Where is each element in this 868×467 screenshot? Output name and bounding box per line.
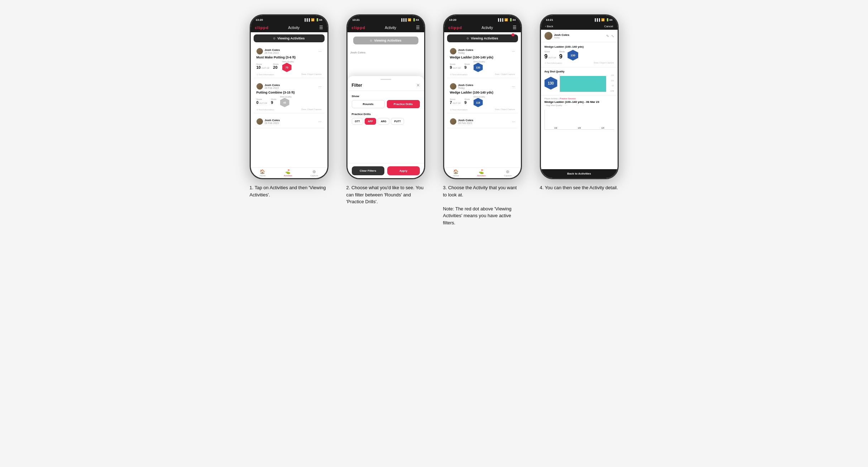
card-dots-1-1[interactable]: ··· (318, 49, 321, 53)
score-value-3-1: 9 OUT OF (450, 65, 461, 70)
session-title-4: Wedge Ladder (100–140 yds) - 06 Mar 23 (545, 100, 614, 104)
bottom-nav-activities-1[interactable]: ⛳ Activities (284, 169, 292, 177)
footer-right-1-2: Data: Clippd Capture (301, 108, 321, 111)
nav-bar-2: clippd Activity ☰ (347, 23, 424, 32)
filter-close-icon[interactable]: ✕ (416, 83, 420, 88)
card-dots-1-2[interactable]: ··· (318, 85, 321, 89)
footer-left-3-2: ⊙ Test Information (450, 108, 467, 111)
viewing-activities-bar-3[interactable]: ⚙ Viewing Activities (447, 34, 518, 42)
hamburger-icon-1[interactable]: ☰ (319, 25, 323, 30)
sq-label-3-2: Shot Quality (474, 96, 485, 98)
stat-sq-3-2: Shot Quality 118 (474, 96, 485, 107)
activity-card-3-1[interactable]: Josh Coles Today ··· Wedge Ladder (100-1… (447, 46, 518, 78)
logo-3: clippd (449, 25, 462, 30)
stat-score-3-2: Score 7 OUT OF (450, 98, 461, 105)
card-title-1-2: Putting Combine (3-15 ft) (256, 91, 322, 94)
signal-icon-1: ▐▐▐ (304, 18, 310, 22)
activity-card-3-2[interactable]: Josh Coles Today ··· Wedge Ladder (100-1… (447, 81, 518, 113)
expand-icon-4[interactable]: ⤡ (611, 34, 614, 38)
detail-stat-section-4: Wedge Ladder (100–140 yds) Score 9 OUT O… (541, 42, 618, 67)
hamburger-icon-2[interactable]: ☰ (416, 25, 420, 30)
filter-footer: Clear Filters Apply (347, 163, 424, 178)
card-header-1-1: Josh Coles 28 Feb 2023 ··· (256, 48, 322, 54)
back-to-activities-button-4[interactable]: Back to Activities (541, 169, 618, 178)
bottom-nav-capture-1[interactable]: ⊕ Capture (311, 169, 318, 177)
rounds-toggle[interactable]: Rounds (352, 100, 385, 108)
app-btn[interactable]: APP (365, 118, 376, 125)
user-date-1-1: 28 Feb 2023 (265, 52, 280, 54)
card-user-1-1: Josh Coles 28 Feb 2023 (256, 48, 280, 54)
detail-action-icons-4: ✎ ⤡ (606, 34, 614, 38)
card-header-3-2: Josh Coles Today ··· (450, 83, 515, 90)
apply-button[interactable]: Apply (387, 166, 420, 175)
putt-btn[interactable]: PUTT (391, 118, 404, 125)
detail-score-num-4: 9 (545, 53, 548, 60)
card-dots-3-3[interactable]: ··· (512, 120, 515, 124)
detail-user-text-4: Josh Coles Today (554, 33, 570, 39)
footer-left-3-1: ⊙ Test Information (450, 73, 467, 76)
card-user-3-2: Josh Coles Today (450, 83, 474, 90)
clear-filters-button[interactable]: Clear Filters (352, 166, 384, 175)
bar-col-4-2: 129 (568, 127, 590, 129)
phone-1-column: 13:20 ▐▐▐ 📶 🔋44 clippd Activity ☰ (246, 14, 332, 198)
user-info-1-2: Josh Coles 28 Feb 2023 (265, 84, 280, 89)
avatar-3-1 (450, 48, 456, 54)
bottom-nav-capture-3[interactable]: ⊕ Capture (504, 169, 512, 177)
bottom-nav-home-1[interactable]: 🏠 Home (260, 169, 265, 177)
screen-content-1: ⚙ Viewing Activities Josh Coles 28 Feb 2… (251, 32, 327, 167)
nav-bar-3: clippd Activity ☰ (444, 23, 521, 32)
card-title-3-1: Wedge Ladder (100-140 yds) (450, 56, 515, 59)
activities-label-3: Activities (477, 175, 486, 177)
detail-info-left-4: ⊙ Test Information (545, 62, 562, 64)
card-stats-3-1: Score 9 OUT OF Shots 9 Shot Quality 130 (450, 61, 515, 72)
edit-icon-4[interactable]: ✎ (606, 34, 609, 38)
detail-score-label-4: Score (545, 51, 556, 53)
filter-overlay: Filter ✕ Show Rounds Practice Drills Pra… (347, 76, 424, 178)
arg-btn[interactable]: ARG (378, 118, 390, 125)
bottom-nav-activities-3[interactable]: ⛳ Activities (477, 169, 486, 177)
bar-val-4-3: 124 (601, 127, 604, 129)
user-name-1-3: Josh Coles (265, 119, 280, 122)
home-label-1: Home (260, 175, 265, 177)
bottom-nav-1: 🏠 Home ⛳ Activities ⊕ Capture (251, 167, 327, 178)
avatar-4 (545, 32, 552, 40)
user-info-1-1: Josh Coles 28 Feb 2023 (265, 48, 280, 54)
activity-card-1-2[interactable]: Josh Coles 28 Feb 2023 ··· Putting Combi… (254, 81, 325, 113)
user-info-3-2: Josh Coles Today (458, 84, 474, 89)
viewing-activities-bar-1[interactable]: ⚙ Viewing Activities (254, 34, 325, 42)
time-2: 13:21 (353, 18, 360, 22)
hamburger-icon-3[interactable]: ☰ (513, 25, 517, 30)
cancel-button-4[interactable]: Cancel (604, 25, 613, 28)
card-user-1-2: Josh Coles 28 Feb 2023 (256, 83, 280, 90)
score-value-3-2: 7 OUT OF (450, 100, 461, 105)
detail-stat-row-4: Score 9 OUT OF Shots 9 (545, 50, 614, 61)
battery-icon-1: 🔋44 (316, 18, 322, 22)
activities-label-1: Activities (284, 175, 292, 177)
activities-icon-3: ⛳ (479, 169, 484, 174)
status-right-1: ▐▐▐ 📶 🔋44 (304, 18, 322, 22)
detail-user-name-4: Josh Coles (554, 33, 570, 37)
user-info-3-3: Josh Coles 28 Feb 2023 (458, 119, 474, 124)
phones-row: 13:20 ▐▐▐ 📶 🔋44 clippd Activity ☰ (246, 14, 622, 226)
card-dots-3-2[interactable]: ··· (512, 85, 515, 89)
card-dots-1-3[interactable]: ··· (318, 120, 321, 124)
sq-label-1-2: Shot Quality (280, 96, 292, 98)
bar-4-1 (560, 76, 606, 92)
practice-drills-toggle[interactable]: Practice Drills (387, 100, 420, 108)
detail-drill-title-4: Wedge Ladder (100–140 yds) (545, 45, 614, 48)
bottom-nav-home-3[interactable]: 🏠 Home (453, 169, 459, 177)
card-footer-3-2: ⊙ Test Information Data: Clippd Capture (450, 108, 515, 111)
back-button-4[interactable]: ‹ Back (545, 25, 553, 28)
sq-badge-3-2: 118 (474, 98, 483, 107)
card-dots-3-1[interactable]: ··· (512, 49, 515, 53)
detail-info-right-4: Data: Clippd Capture (594, 62, 614, 64)
activity-card-1-1[interactable]: Josh Coles 28 Feb 2023 ··· Must Make Put… (254, 46, 325, 78)
avatar-1-1 (256, 48, 263, 54)
detail-user-row-4: Josh Coles Today ✎ ⤡ (541, 30, 618, 42)
bar-chart-inner-4: 132 129 124 (545, 110, 614, 130)
detail-score-value-4: 9 OUT OF (545, 53, 556, 60)
phone-3-screen: 13:20 ▐▐▐ 📶 🔋44 clippd Activity ☰ (444, 15, 521, 178)
chart-hex-large-4: 130 (545, 77, 557, 90)
bg-user-2: Josh Coles (347, 49, 424, 56)
ott-btn[interactable]: OTT (352, 118, 363, 125)
